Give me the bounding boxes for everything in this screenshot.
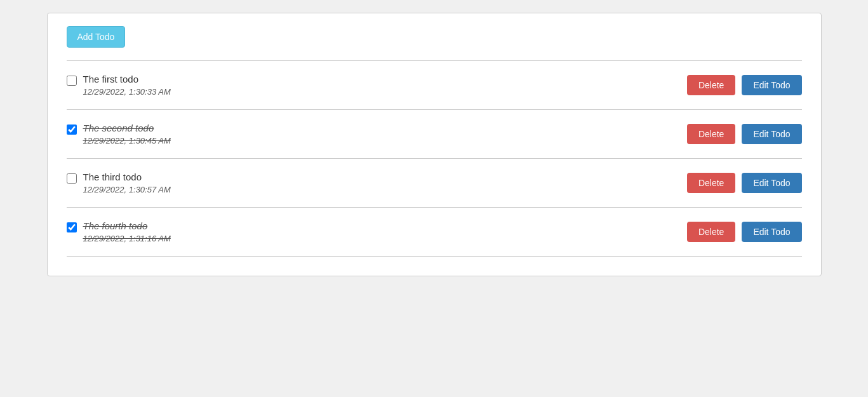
todo-title: The third todo bbox=[83, 172, 171, 182]
todo-actions: DeleteEdit Todo bbox=[687, 124, 802, 144]
todo-date: 12/29/2022, 1:31:16 AM bbox=[83, 234, 171, 243]
delete-button[interactable]: Delete bbox=[687, 222, 735, 242]
todo-item: The second todo12/29/2022, 1:30:45 AMDel… bbox=[67, 110, 802, 159]
delete-button[interactable]: Delete bbox=[687, 124, 735, 144]
todo-title: The fourth todo bbox=[83, 220, 171, 231]
todo-checkbox[interactable] bbox=[67, 124, 77, 135]
todo-title: The second todo bbox=[83, 123, 171, 133]
todo-date: 12/29/2022, 1:30:57 AM bbox=[83, 185, 171, 194]
todo-text-block: The first todo12/29/2022, 1:30:33 AM bbox=[83, 74, 171, 97]
delete-button[interactable]: Delete bbox=[687, 75, 735, 95]
edit-todo-button[interactable]: Edit Todo bbox=[742, 222, 801, 242]
todo-left-section: The first todo12/29/2022, 1:30:33 AM bbox=[67, 74, 171, 97]
todo-actions: DeleteEdit Todo bbox=[687, 75, 802, 95]
todo-date: 12/29/2022, 1:30:45 AM bbox=[83, 136, 171, 145]
edit-todo-button[interactable]: Edit Todo bbox=[742, 173, 801, 193]
todo-actions: DeleteEdit Todo bbox=[687, 222, 802, 242]
todo-item: The first todo12/29/2022, 1:30:33 AMDele… bbox=[67, 61, 802, 110]
edit-todo-button[interactable]: Edit Todo bbox=[742, 75, 801, 95]
todo-list: The first todo12/29/2022, 1:30:33 AMDele… bbox=[67, 61, 802, 257]
todo-date: 12/29/2022, 1:30:33 AM bbox=[83, 87, 171, 97]
todo-left-section: The second todo12/29/2022, 1:30:45 AM bbox=[67, 123, 171, 145]
todo-left-section: The fourth todo12/29/2022, 1:31:16 AM bbox=[67, 220, 171, 243]
todo-checkbox[interactable] bbox=[67, 76, 77, 86]
delete-button[interactable]: Delete bbox=[687, 173, 735, 193]
todo-left-section: The third todo12/29/2022, 1:30:57 AM bbox=[67, 172, 171, 194]
todo-text-block: The fourth todo12/29/2022, 1:31:16 AM bbox=[83, 220, 171, 243]
edit-todo-button[interactable]: Edit Todo bbox=[742, 124, 801, 144]
todo-text-block: The second todo12/29/2022, 1:30:45 AM bbox=[83, 123, 171, 145]
todo-text-block: The third todo12/29/2022, 1:30:57 AM bbox=[83, 172, 171, 194]
todo-checkbox[interactable] bbox=[67, 222, 77, 232]
todo-checkbox[interactable] bbox=[67, 173, 77, 184]
todo-item: The fourth todo12/29/2022, 1:31:16 AMDel… bbox=[67, 208, 802, 257]
add-todo-button[interactable]: Add Todo bbox=[67, 26, 126, 48]
todo-actions: DeleteEdit Todo bbox=[687, 173, 802, 193]
todo-item: The third todo12/29/2022, 1:30:57 AMDele… bbox=[67, 159, 802, 208]
todo-container: Add Todo The first todo12/29/2022, 1:30:… bbox=[47, 13, 822, 276]
todo-title: The first todo bbox=[83, 74, 171, 84]
